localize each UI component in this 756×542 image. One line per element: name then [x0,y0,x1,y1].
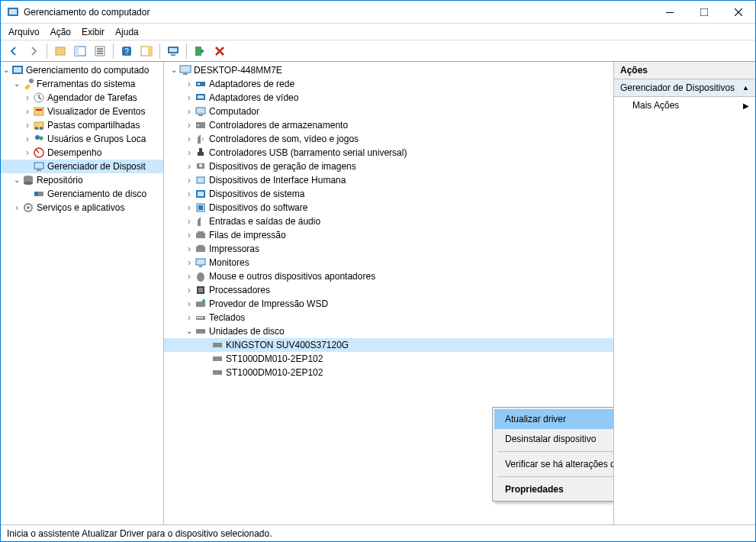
tree-disk-mgmt[interactable]: Gerenciamento de disco [1,187,163,201]
computer-mgmt-icon [11,64,24,76]
svg-point-74 [203,331,204,332]
show-hide-tree-button[interactable] [72,43,88,60]
device-tree[interactable]: DESKTOP-448MM7E Adaptadores de redeAdapt… [164,62,614,524]
disk-drive-item[interactable]: ST1000DM010-2EP102 [164,352,613,366]
device-category[interactable]: Impressoras [164,242,613,256]
tree-shared-folders[interactable]: Pastas compartilhadas [1,118,163,132]
svg-rect-6 [75,47,79,56]
svg-rect-31 [34,163,43,169]
storage-icon [22,174,34,186]
svg-rect-10 [97,53,103,54]
device-category[interactable]: Processadores [164,283,613,297]
event-icon [33,105,45,118]
category-icon [195,174,207,186]
actions-more[interactable]: Mais Ações ▶ [614,97,755,114]
device-root[interactable]: DESKTOP-448MM7E [164,63,613,77]
minimize-button[interactable] [652,1,687,23]
svg-text:?: ? [124,47,129,56]
back-button[interactable] [5,43,22,60]
menu-action[interactable]: Ação [50,27,71,37]
category-icon [195,105,207,118]
ctx-uninstall[interactable]: Desinstalar dispositivo [494,429,614,449]
maximize-button[interactable] [687,1,721,23]
tree-event-viewer[interactable]: Visualizador de Eventos [1,105,163,118]
device-category[interactable]: Mouse e outros dispositivos apontadores [164,269,613,283]
toolbar-separator [159,44,160,59]
monitor-icon[interactable] [165,43,182,60]
ctx-separator [497,451,614,452]
device-category[interactable]: Provedor de Impressão WSD [164,297,613,311]
device-category[interactable]: Filas de impressão [164,228,613,242]
device-category-disk-drives[interactable]: Unidades de disco [164,324,613,338]
device-category[interactable]: Dispositivos de geração de imagens [164,160,613,173]
svg-point-27 [40,127,43,130]
properties-button[interactable] [92,43,108,60]
svg-rect-40 [180,66,191,73]
close-button[interactable] [721,1,755,23]
svg-rect-23 [34,108,43,115]
device-category[interactable]: Adaptadores de rede [164,77,613,91]
menu-help[interactable]: Ajuda [115,27,139,37]
tree-device-manager[interactable]: Gerenciador de Disposit [1,160,163,173]
svg-rect-9 [97,50,103,52]
show-hide-action-pane-button[interactable] [138,43,155,60]
svg-rect-48 [196,122,205,128]
svg-rect-1 [9,9,17,15]
category-icon [195,160,207,173]
forward-button[interactable] [25,43,42,60]
disk-drive-item[interactable]: KINGSTON SUV400S37120G [164,338,613,352]
menu-file[interactable]: Arquivo [8,27,40,37]
help-button[interactable]: ? [118,43,135,60]
tree-performance[interactable]: Desempenho [1,146,163,160]
tree-storage[interactable]: Repositório [1,173,163,187]
device-category[interactable]: Dispositivos de Interface Humana [164,173,613,187]
category-icon [195,229,207,241]
tree-task-scheduler[interactable]: Agendador de Tarefas [1,91,163,105]
actions-pane: Ações Gerenciador de Dispositivos ▲ Mais… [614,62,755,524]
device-category[interactable]: Controladores de som, vídeo e jogos [164,132,613,146]
device-category[interactable]: Teclados [164,311,613,324]
svg-rect-2 [666,12,674,13]
disk-mgmt-icon [33,188,45,200]
disk-drive-item[interactable]: ST1000DM010-2EP102 [164,366,613,379]
users-icon [33,133,45,145]
device-category[interactable]: Computador [164,105,613,118]
svg-rect-16 [169,48,177,52]
svg-point-68 [202,299,205,302]
scan-hardware-button[interactable] [191,43,208,60]
category-icon [195,147,207,159]
console-tree[interactable]: Gerenciamento do computado Ferramentas d… [1,62,164,524]
ctx-scan-hardware[interactable]: Verificar se há alterações de hardware [494,454,614,474]
actions-section[interactable]: Gerenciador de Dispositivos ▲ [614,79,755,97]
up-button[interactable] [52,43,69,60]
svg-rect-56 [198,205,203,210]
drive-icon [211,353,224,365]
device-category[interactable]: Monitores [164,256,613,269]
window-controls [652,1,755,23]
svg-rect-66 [198,288,203,292]
svg-rect-18 [195,47,201,56]
device-category[interactable]: Dispositivos de sistema [164,187,613,201]
tree-users-groups[interactable]: Usuários e Grupos Loca [1,132,163,146]
tree-services-apps[interactable]: Serviços e aplicativos [1,201,163,215]
svg-point-78 [220,358,221,360]
svg-point-28 [35,135,40,140]
svg-rect-59 [196,247,205,252]
tree-root[interactable]: Gerenciamento do computado [1,63,163,77]
device-category[interactable]: Entradas e saídas de áudio [164,215,613,228]
svg-point-49 [198,124,199,126]
svg-rect-57 [196,233,205,238]
delete-button[interactable] [211,43,228,60]
svg-rect-37 [34,192,38,196]
ctx-properties[interactable]: Propriedades [494,479,614,499]
svg-rect-8 [97,48,103,50]
device-category[interactable]: Controladores de armazenamento [164,118,613,132]
device-category[interactable]: Dispositivos do software [164,201,613,215]
menu-view[interactable]: Exibir [82,27,105,37]
device-category[interactable]: Controladores USB (barramento serial uni… [164,146,613,160]
tree-system-tools[interactable]: Ferramentas do sistema [1,77,163,91]
svg-rect-46 [196,108,205,114]
svg-point-76 [220,344,221,346]
device-category[interactable]: Adaptadores de vídeo [164,91,613,105]
ctx-update-driver[interactable]: Atualizar driver [494,409,614,429]
